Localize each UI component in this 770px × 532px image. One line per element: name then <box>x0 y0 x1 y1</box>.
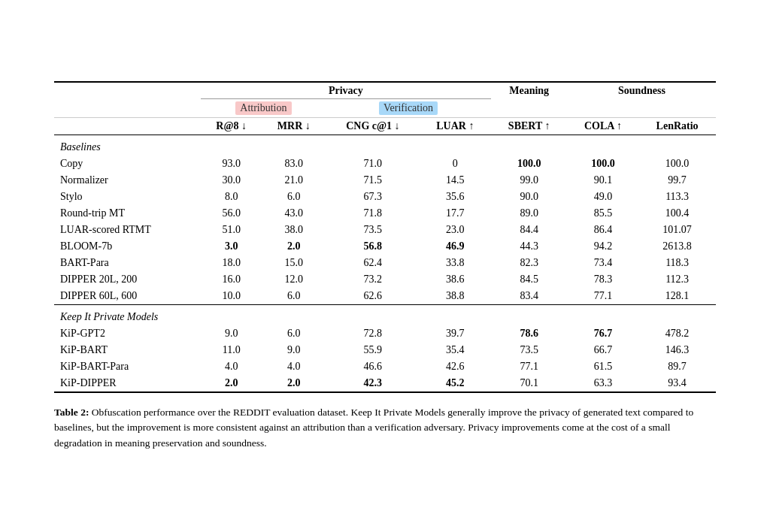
table-cell: 38.8 <box>420 288 490 305</box>
table-cell: 100.0 <box>638 156 716 172</box>
table-cell: 77.1 <box>568 288 638 305</box>
table-cell: 6.0 <box>262 325 326 342</box>
table-cell: 73.2 <box>326 271 420 288</box>
table-cell: 78.3 <box>568 271 638 288</box>
table-cell: 6.0 <box>262 189 326 205</box>
soundness-group-header: Soundness <box>568 82 716 99</box>
table-cell: 33.8 <box>420 255 490 271</box>
table-cell: 85.5 <box>568 205 638 222</box>
table-cell: 93.0 <box>201 156 262 172</box>
table-cell: 4.0 <box>262 358 326 375</box>
empty-sub-header <box>54 99 201 118</box>
table-cell: 90.0 <box>491 189 568 205</box>
table-cell: 73.5 <box>491 342 568 358</box>
table-cell: 83.0 <box>262 156 326 172</box>
table-cell: 71.0 <box>326 156 420 172</box>
empty-meaning-sub <box>491 99 568 118</box>
cola-col-header: COLA ↑ <box>568 118 638 135</box>
table-cell: BART-Para <box>54 255 201 271</box>
table-cell: 15.0 <box>262 255 326 271</box>
table-cell: 4.0 <box>201 358 262 375</box>
baselines-group-header: Baselines <box>54 135 716 156</box>
table-cell: DIPPER 20L, 200 <box>54 271 201 288</box>
table-cell: 11.0 <box>201 342 262 358</box>
table-cell: 89.7 <box>638 358 716 375</box>
table-cell: 77.1 <box>491 358 568 375</box>
table-cell: 2.0 <box>201 375 262 392</box>
table-cell: 18.0 <box>201 255 262 271</box>
table-cell: 16.0 <box>201 271 262 288</box>
table-cell: 100.4 <box>638 205 716 222</box>
table-cell: DIPPER 60L, 600 <box>54 288 201 305</box>
caption-label: Table 2: <box>54 407 89 418</box>
table-cell: 55.9 <box>326 342 420 358</box>
table-cell: 478.2 <box>638 325 716 342</box>
table-cell: 9.0 <box>262 342 326 358</box>
table-cell: 46.6 <box>326 358 420 375</box>
cng-col-header: CNG c@1 ↓ <box>326 118 420 135</box>
table-cell: 42.6 <box>420 358 490 375</box>
table-cell: 128.1 <box>638 288 716 305</box>
verification-label: Verification <box>379 101 438 115</box>
table-cell: 146.3 <box>638 342 716 358</box>
table-cell: Normalizer <box>54 172 201 189</box>
table-cell: KiP-BART-Para <box>54 358 201 375</box>
privacy-group-header: Privacy <box>201 82 490 99</box>
table-cell: 30.0 <box>201 172 262 189</box>
table-cell: Copy <box>54 156 201 172</box>
table-cell: 72.8 <box>326 325 420 342</box>
table-cell: 39.7 <box>420 325 490 342</box>
table-cell: 3.0 <box>201 238 262 255</box>
table-cell: 51.0 <box>201 222 262 238</box>
table-cell: 14.5 <box>420 172 490 189</box>
table-cell: 99.7 <box>638 172 716 189</box>
table-cell: 100.0 <box>568 156 638 172</box>
table-cell: 84.4 <box>491 222 568 238</box>
table-cell: 62.4 <box>326 255 420 271</box>
table-cell: 101.07 <box>638 222 716 238</box>
table-cell: 118.3 <box>638 255 716 271</box>
table-cell: LUAR-scored RTMT <box>54 222 201 238</box>
table-cell: 83.4 <box>491 288 568 305</box>
table-cell: 86.4 <box>568 222 638 238</box>
table-cell: KiP-GPT2 <box>54 325 201 342</box>
r8-col-header: R@8 ↓ <box>201 118 262 135</box>
sbert-col-header: SBERT ↑ <box>491 118 568 135</box>
table-cell: 63.3 <box>568 375 638 392</box>
table-cell: 46.9 <box>420 238 490 255</box>
table-cell: 21.0 <box>262 172 326 189</box>
table-cell: 38.0 <box>262 222 326 238</box>
empty-header-cell <box>54 82 201 99</box>
verification-sub-header: Verification <box>326 99 491 118</box>
table-cell: 70.1 <box>491 375 568 392</box>
empty-soundness-sub <box>568 99 716 118</box>
table-cell: 76.7 <box>568 325 638 342</box>
table-cell: 42.3 <box>326 375 420 392</box>
table-cell: KiP-DIPPER <box>54 375 201 392</box>
table-cell: 2.0 <box>262 375 326 392</box>
attribution-sub-header: Attribution <box>201 99 326 118</box>
luar-col-header: LUAR ↑ <box>420 118 490 135</box>
table-cell: BLOOM-7b <box>54 238 201 255</box>
table-cell: 44.3 <box>491 238 568 255</box>
lenratio-col-header: LenRatio <box>638 118 716 135</box>
table-cell: KiP-BART <box>54 342 201 358</box>
table-cell: 9.0 <box>201 325 262 342</box>
table-cell: 113.3 <box>638 189 716 205</box>
main-container: Privacy Meaning Soundness Attribution Ve… <box>24 59 746 473</box>
table-cell: 0 <box>420 156 490 172</box>
table-cell: 35.6 <box>420 189 490 205</box>
table-cell: 10.0 <box>201 288 262 305</box>
table-cell: 93.4 <box>638 375 716 392</box>
table-cell: 8.0 <box>201 189 262 205</box>
kip-group-header: Keep It Private Models <box>54 305 716 326</box>
table-cell: 94.2 <box>568 238 638 255</box>
table-cell: 6.0 <box>262 288 326 305</box>
attribution-label: Attribution <box>235 101 291 115</box>
model-col-header <box>54 118 201 135</box>
table-cell: 38.6 <box>420 271 490 288</box>
caption-text: Obfuscation performance over the REDDIT … <box>54 407 693 449</box>
table-cell: 49.0 <box>568 189 638 205</box>
table-cell: 73.4 <box>568 255 638 271</box>
table-cell: 99.0 <box>491 172 568 189</box>
